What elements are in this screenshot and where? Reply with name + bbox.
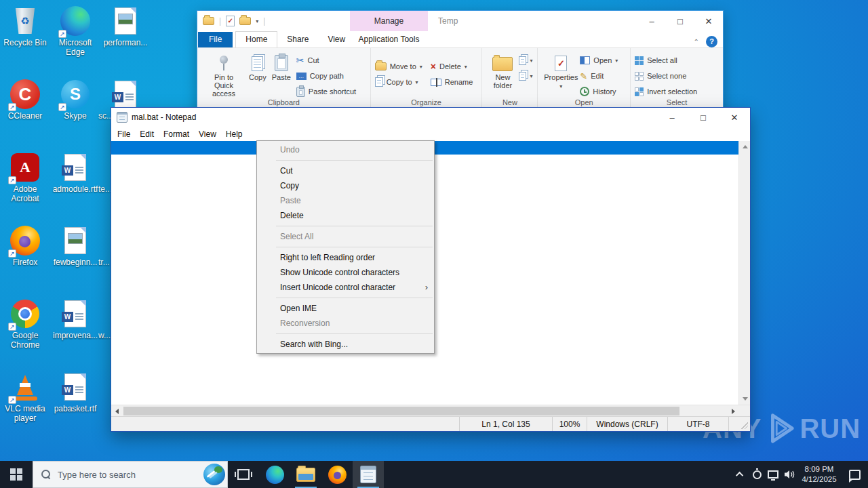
desktop-icon-ccleaner[interactable]: C↗ CCleaner bbox=[1, 79, 50, 121]
maximize-icon[interactable]: □ bbox=[688, 108, 719, 127]
menu-file[interactable]: File bbox=[113, 128, 135, 140]
menu-item-copy[interactable]: Copy bbox=[257, 178, 434, 193]
paste-shortcut-button[interactable]: Paste shortcut bbox=[296, 85, 356, 98]
copy-button[interactable]: Copy bbox=[246, 52, 269, 83]
menu-item-select-all[interactable]: Select All bbox=[257, 229, 434, 244]
explorer-titlebar[interactable]: | ✓ ▾ | Manage Temp – □ ✕ bbox=[197, 11, 723, 31]
properties-icon[interactable]: ✓ bbox=[226, 16, 235, 26]
open-icon bbox=[580, 56, 590, 64]
menu-help[interactable]: Help bbox=[221, 128, 248, 140]
pin-to-quick-access-button[interactable]: Pin to Quick access bbox=[201, 52, 246, 100]
dropdown-arrow-icon: ▾ bbox=[530, 58, 532, 64]
taskbar-notepad-button[interactable] bbox=[353, 461, 384, 488]
minimize-icon[interactable]: – bbox=[656, 108, 688, 127]
history-button[interactable]: History bbox=[580, 85, 618, 98]
move-to-icon bbox=[375, 62, 387, 70]
tray-chevron-up-icon[interactable] bbox=[732, 461, 749, 488]
desktop-icon-performan[interactable]: performan... bbox=[101, 5, 150, 48]
tab-home[interactable]: Home bbox=[235, 31, 277, 47]
scrollbar-thumb[interactable] bbox=[123, 407, 679, 415]
scroll-down-icon[interactable] bbox=[739, 393, 751, 405]
menu-item-cut[interactable]: Cut bbox=[257, 163, 434, 178]
menu-item-insert-unicode-control-character[interactable]: Insert Unicode control character › bbox=[257, 280, 434, 295]
tab-application-tools[interactable]: Application Tools bbox=[350, 32, 428, 47]
select-all-button[interactable]: Select all bbox=[635, 54, 697, 67]
scroll-left-icon[interactable] bbox=[111, 405, 123, 417]
invert-selection-button[interactable]: Invert selection bbox=[635, 85, 697, 98]
watermark-run: RUN bbox=[800, 413, 861, 444]
menu-item-open-ime[interactable]: Open IME bbox=[257, 301, 434, 316]
desktop-icon-label: CCleaner bbox=[1, 112, 50, 121]
start-button[interactable] bbox=[0, 461, 33, 488]
menu-view[interactable]: View bbox=[194, 128, 221, 140]
desktop-icon-vlc[interactable]: ↗ VLC media player bbox=[1, 371, 50, 424]
menu-item-rtl-reading-order[interactable]: Right to left Reading order bbox=[257, 250, 434, 265]
desktop-icon-skype[interactable]: S↗ Skype bbox=[51, 79, 100, 121]
menu-item-undo[interactable]: Undo bbox=[257, 142, 434, 157]
help-icon[interactable]: ? bbox=[706, 36, 717, 47]
menu-format[interactable]: Format bbox=[159, 128, 194, 140]
desktop-icon-improvena[interactable]: W improvena... bbox=[51, 298, 100, 341]
task-view-button[interactable] bbox=[228, 461, 259, 488]
vertical-scrollbar[interactable] bbox=[738, 141, 750, 405]
close-icon[interactable]: ✕ bbox=[694, 11, 723, 31]
scroll-up-icon[interactable] bbox=[739, 141, 751, 152]
manage-ribbon-tab[interactable]: Manage bbox=[350, 11, 428, 31]
menu-item-search-with-bing[interactable]: Search with Bing... bbox=[257, 337, 434, 352]
desktop-icon-firefox[interactable]: ↗ Firefox bbox=[1, 225, 50, 268]
desktop-icon-recycle-bin[interactable]: ♻ Recycle Bin bbox=[1, 5, 50, 48]
folder-icon[interactable] bbox=[239, 17, 251, 25]
submenu-arrow-icon: › bbox=[425, 280, 428, 295]
new-folder-button[interactable]: New folder bbox=[486, 52, 519, 92]
collapse-ribbon-icon[interactable]: ⌃ bbox=[694, 38, 699, 45]
window-controls: – □ ✕ bbox=[656, 108, 750, 127]
open-button[interactable]: Open▾ bbox=[580, 54, 618, 67]
qat-dropdown-icon[interactable]: ▾ bbox=[256, 18, 258, 24]
scroll-right-icon[interactable] bbox=[728, 405, 739, 417]
rename-button[interactable]: Rename bbox=[431, 75, 473, 89]
taskbar-firefox-button[interactable] bbox=[321, 461, 353, 488]
desktop-icon-admodule[interactable]: W admodule.rtf bbox=[51, 152, 100, 195]
menu-edit[interactable]: Edit bbox=[135, 128, 159, 140]
taskbar-file-explorer-button[interactable] bbox=[290, 461, 321, 488]
menu-item-reconversion[interactable]: Reconversion bbox=[257, 316, 434, 331]
ribbon-group-open: ✓ Properties ▾ Open▾ ✎Edit History Open bbox=[538, 48, 631, 107]
tab-share[interactable]: Share bbox=[277, 32, 318, 47]
edit-button[interactable]: ✎Edit bbox=[580, 69, 618, 83]
resize-grip[interactable] bbox=[728, 417, 750, 431]
taskbar-search-box[interactable]: Type here to search bbox=[33, 461, 228, 488]
desktop-icon-pabasket[interactable]: W pabasket.rtf bbox=[51, 371, 100, 414]
easy-access-button[interactable]: ▾ bbox=[519, 69, 532, 83]
desktop-icon-google-chrome[interactable]: ↗ Google Chrome bbox=[1, 298, 50, 350]
cut-button[interactable]: ✂Cut bbox=[296, 54, 356, 67]
scissors-icon: ✂ bbox=[296, 55, 304, 66]
desktop-icon-adobe-acrobat[interactable]: A↗ Adobe Acrobat bbox=[1, 152, 50, 204]
copy-to-button[interactable]: Copy to▾ bbox=[375, 75, 422, 89]
select-none-button[interactable]: Select none bbox=[635, 69, 697, 83]
copy-path-button[interactable]: …Copy path bbox=[296, 69, 356, 83]
desktop-icon-fewbeginn[interactable]: fewbeginn... bbox=[51, 225, 100, 268]
notepad-titlebar[interactable]: mal.bat - Notepad – □ ✕ bbox=[111, 108, 750, 127]
paste-button[interactable]: Paste bbox=[269, 52, 294, 83]
horizontal-scrollbar[interactable] bbox=[111, 405, 750, 416]
tray-app-icon[interactable] bbox=[749, 461, 765, 488]
menu-item-show-unicode-control-characters[interactable]: Show Unicode control characters bbox=[257, 265, 434, 280]
minimize-icon[interactable]: – bbox=[637, 11, 666, 31]
desktop-icon-microsoft-edge[interactable]: ↗ Microsoft Edge bbox=[51, 5, 100, 58]
properties-button[interactable]: ✓ Properties ▾ bbox=[542, 52, 580, 92]
taskbar-clock[interactable]: 8:09 PM 4/12/2025 bbox=[797, 464, 841, 485]
new-item-button[interactable]: ▾ bbox=[519, 54, 532, 67]
menu-item-paste[interactable]: Paste bbox=[257, 193, 434, 208]
network-icon[interactable] bbox=[765, 461, 781, 488]
menu-item-delete[interactable]: Delete bbox=[257, 208, 434, 223]
folder-icon[interactable] bbox=[203, 17, 214, 25]
delete-button[interactable]: ×Delete▾ bbox=[431, 60, 473, 73]
tab-file[interactable]: File bbox=[198, 32, 233, 47]
close-icon[interactable]: ✕ bbox=[719, 108, 750, 127]
volume-icon[interactable] bbox=[781, 461, 797, 488]
move-to-button[interactable]: Move to▾ bbox=[375, 60, 422, 73]
action-center-icon[interactable] bbox=[841, 461, 868, 488]
maximize-icon[interactable]: □ bbox=[666, 11, 694, 31]
taskbar-edge-button[interactable] bbox=[259, 461, 290, 488]
ribbon-group-organize: Move to▾ Copy to▾ ×Delete▾ Rename Organi… bbox=[371, 48, 483, 107]
